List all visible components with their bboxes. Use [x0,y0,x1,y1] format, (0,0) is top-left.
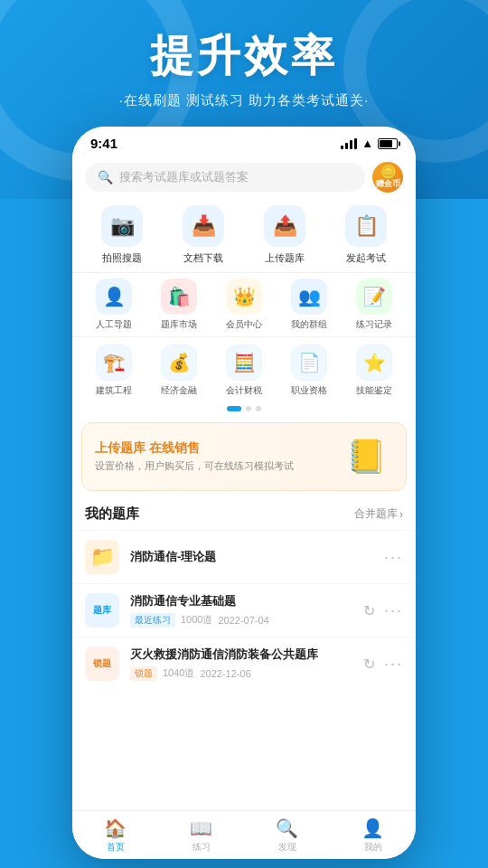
profession-label: 职业资格 [291,384,327,397]
nav-item-discover[interactable]: 🔍 发现 [276,817,298,854]
category-finance[interactable]: 💰 经济金融 [152,344,206,397]
accounting-label: 会计财税 [226,384,262,397]
lib-title-0: 消防通信-理论题 [130,549,373,565]
vip-label: 会员中心 [226,318,262,331]
category-accounting[interactable]: 🧮 会计财税 [217,344,271,397]
upload-label: 上传题库 [265,251,305,265]
vip-icon: 👑 [226,278,262,315]
nav-item-profile[interactable]: 👤 我的 [361,817,384,854]
scrollable-content: 🔍 搜索考试题库或试题答案 🪙 赠金币 📷 拍照搜题 📥 文档下载 📤 上传题库… [72,156,416,840]
finance-label: 经济金融 [161,384,197,397]
category-skills[interactable]: ⭐ 技能鉴定 [347,344,401,397]
profession-icon: 📄 [291,344,327,381]
nav-label-discover: 发现 [278,841,296,854]
more-icon-2[interactable]: ··· [384,655,403,674]
manual-label: 人工导题 [96,318,132,331]
second-icon-group[interactable]: 👥 我的群组 [282,278,336,331]
coin-badge[interactable]: 🪙 赠金币 [372,162,403,193]
my-library-header: 我的题库 合并题库 › [72,498,416,530]
main-icons-grid: 📷 拍照搜题 📥 文档下载 📤 上传题库 📋 发起考试 [72,198,416,272]
signal-icon [341,138,357,149]
dot-3 [256,406,261,411]
second-icon-vip[interactable]: 👑 会员中心 [217,278,271,331]
library-item-0[interactable]: 📁 消防通信-理论题 ··· [72,530,416,583]
second-icon-market[interactable]: 🛍️ 题库市场 [152,278,206,331]
main-icon-download[interactable]: 📥 文档下载 [172,205,235,265]
library-items: 📁 消防通信-理论题 ··· 题库 消防通信专业基础题 最近练习 1000道 2… [72,530,416,690]
photo-label: 拍照搜题 [102,251,142,265]
search-input-box[interactable]: 🔍 搜索考试题库或试题答案 [85,163,365,192]
construction-label: 建筑工程 [96,384,132,397]
library-item-1[interactable]: 题库 消防通信专业基础题 最近练习 1000道 2022-07-04 ↻ ··· [72,583,416,637]
photo-icon: 📷 [101,205,143,247]
merge-library-link[interactable]: 合并题库 › [354,506,403,522]
lib-meta: 最近练习 1000道 2022-07-04 [130,613,352,627]
lib-date: 2022-07-04 [218,615,268,626]
more-icon-1[interactable]: ··· [384,601,403,620]
lib-content-0: 消防通信-理论题 [130,549,373,565]
download-icon: 📥 [183,205,224,247]
nav-icon-discover: 🔍 [276,817,298,839]
market-label: 题库市场 [161,318,197,331]
nav-item-practice[interactable]: 📖 练习 [190,817,212,854]
lib-date: 2022-12-06 [200,668,250,679]
lib-icon-0: 📁 [85,540,119,574]
exam-icon: 📋 [345,205,387,247]
sync-icon[interactable]: ↻ [363,602,375,619]
lib-actions-0: ··· [384,548,403,567]
dot-1 [227,406,241,411]
second-icon-manual[interactable]: 👤 人工导题 [87,278,141,331]
dot-2 [246,406,251,411]
tag-recent: 最近练习 [130,613,175,627]
nav-icon-profile: 👤 [361,817,384,839]
search-icon: 🔍 [98,170,113,184]
status-bar: 9:41 ▲ [72,127,416,156]
category-construction[interactable]: 🏗️ 建筑工程 [87,344,141,397]
skills-label: 技能鉴定 [356,384,392,397]
record-icon: 📝 [356,278,392,315]
sync-icon[interactable]: ↻ [363,656,375,673]
search-placeholder: 搜索考试题库或试题答案 [119,169,249,185]
nav-icon-home: 🏠 [104,817,127,839]
wifi-icon: ▲ [361,137,373,150]
record-label: 练习记录 [356,318,392,331]
main-icon-exam[interactable]: 📋 发起考试 [334,205,398,265]
banner[interactable]: 上传题库 在线销售 设置价格，用户购买后，可在线练习模拟考试 📒 [81,422,407,491]
coin-label: 赠金币 [376,180,400,189]
status-time: 9:41 [90,136,117,151]
hero-section: 提升效率 ·在线刷题 测试练习 助力各类考试通关· [0,27,488,109]
status-icons: ▲ [341,137,398,150]
finance-icon: 💰 [161,344,197,381]
group-label: 我的群组 [291,318,327,331]
nav-icon-practice: 📖 [190,817,212,839]
lib-title-1: 消防通信专业基础题 [130,593,352,609]
lib-content-1: 消防通信专业基础题 最近练习 1000道 2022-07-04 [130,593,352,627]
construction-icon: 🏗️ [96,344,132,381]
nav-item-home[interactable]: 🏠 首页 [104,817,127,854]
chevron-right-icon: › [399,508,403,521]
lib-actions-1: ↻ ··· [363,601,403,620]
banner-title: 上传题库 在线销售 [95,440,339,457]
hero-subtitle: ·在线刷题 测试练习 助力各类考试通关· [0,92,488,109]
exam-label: 发起考试 [346,251,386,265]
nav-label-home: 首页 [107,841,125,854]
nav-label-profile: 我的 [364,841,382,854]
main-icon-photo[interactable]: 📷 拍照搜题 [90,205,154,265]
second-icon-record[interactable]: 📝 练习记录 [347,278,401,331]
hero-title: 提升效率 [0,27,488,85]
search-bar-wrap: 🔍 搜索考试题库或试题答案 🪙 赠金币 [72,156,416,198]
tag-locked: 锁题 [130,666,157,681]
category-profession[interactable]: 📄 职业资格 [282,344,336,397]
lib-count: 1000道 [181,613,212,627]
download-label: 文档下载 [183,251,223,265]
lib-meta: 锁题 1040道 2022-12-06 [130,666,352,681]
lib-icon-1: 题库 [85,593,119,627]
phone-frame: 9:41 ▲ 🔍 搜索考试题库或试题答案 [72,127,416,859]
library-item-2[interactable]: 锁题 灭火救援消防通信消防装备公共题库 锁题 1040道 2022-12-06 … [72,637,416,690]
main-icon-upload[interactable]: 📤 上传题库 [253,205,316,265]
indicator-dots [72,402,416,415]
more-icon-0[interactable]: ··· [384,548,403,567]
category-row: 🏗️ 建筑工程 💰 经济金融 🧮 会计财税 📄 职业资格 ⭐ 技能鉴定 [72,336,416,402]
second-icons-row: 👤 人工导题 🛍️ 题库市场 👑 会员中心 👥 我的群组 📝 练习记录 [72,272,416,336]
bottom-nav: 🏠 首页 📖 练习 🔍 发现 👤 我的 [72,810,416,859]
